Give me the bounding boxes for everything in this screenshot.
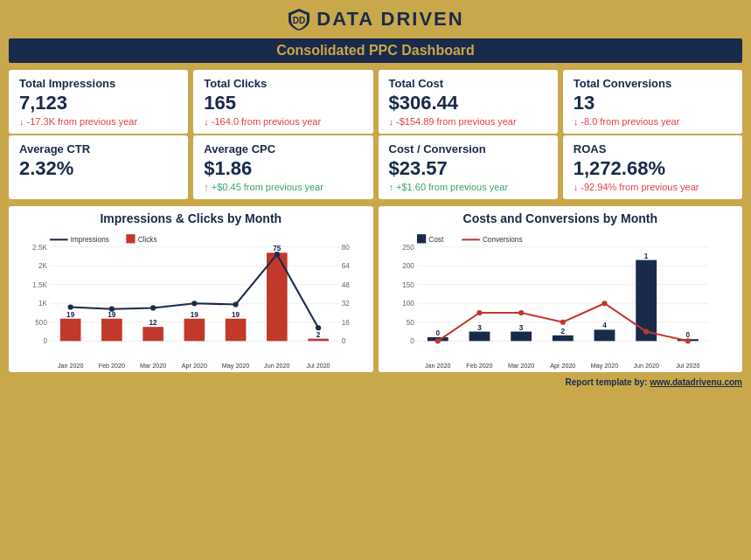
- svg-text:12: 12: [150, 319, 158, 327]
- svg-point-83: [685, 338, 690, 343]
- svg-rect-69: [552, 335, 573, 341]
- svg-text:Mar 2020: Mar 2020: [507, 363, 533, 370]
- svg-rect-71: [594, 329, 615, 341]
- svg-text:19: 19: [232, 311, 240, 319]
- svg-text:48: 48: [342, 281, 351, 289]
- svg-point-34: [109, 307, 115, 312]
- metric-change-total-impressions: ↓ -17.3K from previous year: [19, 116, 177, 127]
- metric-value-total-impressions: 7,123: [19, 92, 177, 114]
- impressions-clicks-svg: 00500161K321.5K482K642.5K801919121919752…: [16, 229, 366, 372]
- svg-text:19: 19: [191, 311, 199, 319]
- svg-rect-91: [416, 234, 425, 243]
- svg-text:2.5K: 2.5K: [32, 244, 47, 252]
- svg-point-35: [150, 305, 156, 310]
- charts-section: Impressions & Clicks by Month 00500161K3…: [0, 203, 751, 376]
- svg-text:Apr 2020: Apr 2020: [182, 363, 207, 370]
- metric-title-total-conversions: Total Conversions: [574, 77, 732, 90]
- svg-point-80: [560, 320, 565, 325]
- svg-text:3: 3: [477, 324, 482, 332]
- shield-icon: DD: [287, 7, 311, 31]
- svg-rect-27: [226, 319, 247, 342]
- metric-title-cost-conversion: Cost / Conversion: [389, 142, 547, 156]
- logo-container: DD DATA DRIVEN: [0, 7, 751, 31]
- svg-text:May 2020: May 2020: [222, 363, 250, 370]
- svg-text:Clicks: Clicks: [138, 236, 157, 244]
- metric-card-avg-cpc: Average CPC$1.86↑ +$0.45 from previous y…: [193, 135, 372, 199]
- svg-text:0: 0: [685, 331, 690, 339]
- impressions-clicks-title: Impressions & Clicks by Month: [16, 211, 366, 225]
- svg-rect-31: [308, 339, 329, 342]
- svg-text:Apr 2020: Apr 2020: [550, 363, 575, 370]
- svg-point-33: [68, 304, 73, 309]
- svg-text:May 2020: May 2020: [590, 363, 618, 370]
- svg-text:150: 150: [402, 281, 414, 289]
- metric-value-total-conversions: 13: [574, 92, 732, 114]
- svg-text:2: 2: [560, 328, 565, 335]
- svg-rect-23: [143, 327, 163, 341]
- costs-conversions-svg: 0501001502002500332410Jan 2020Feb 2020Ma…: [386, 229, 736, 372]
- svg-text:Feb 2020: Feb 2020: [466, 363, 492, 370]
- svg-point-38: [275, 252, 280, 257]
- svg-text:Feb 2020: Feb 2020: [99, 363, 125, 370]
- svg-text:32: 32: [342, 300, 351, 308]
- svg-rect-25: [184, 319, 205, 342]
- metric-change-avg-cpc: ↑ +$0.45 from previous year: [204, 182, 362, 192]
- svg-text:Impressions: Impressions: [71, 236, 109, 244]
- svg-text:Jun 2020: Jun 2020: [264, 363, 290, 370]
- svg-point-36: [191, 301, 197, 306]
- logo-text: DATA DRIVEN: [316, 8, 463, 31]
- metric-value-avg-cpc: $1.86: [204, 157, 362, 180]
- metric-card-total-conversions: Total Conversions13↓ -8.0 from previous …: [563, 70, 742, 134]
- svg-text:Mar 2020: Mar 2020: [140, 363, 166, 370]
- svg-text:DD: DD: [293, 16, 305, 25]
- svg-text:Conversions: Conversions: [482, 236, 522, 244]
- metrics-row2: Average CTR2.32%Average CPC$1.86↑ +$0.45…: [0, 135, 751, 203]
- metric-title-avg-ctr: Average CTR: [19, 142, 177, 156]
- svg-text:2K: 2K: [38, 262, 48, 270]
- svg-point-79: [518, 310, 524, 315]
- metric-title-roas: ROAS: [574, 142, 732, 156]
- metric-change-total-conversions: ↓ -8.0 from previous year: [574, 116, 732, 127]
- svg-text:1: 1: [643, 252, 648, 260]
- footer: Report template by: www.datadrivenu.com: [0, 376, 751, 389]
- metric-card-roas: ROAS1,272.68%↓ -92.94% from previous yea…: [563, 135, 742, 199]
- svg-text:0: 0: [435, 329, 440, 337]
- metric-card-total-cost: Total Cost$306.44↓ -$154.89 from previou…: [379, 70, 558, 134]
- svg-point-77: [435, 338, 440, 343]
- metric-change-total-cost: ↓ -$154.89 from previous year: [389, 116, 547, 127]
- metric-title-total-impressions: Total Impressions: [19, 77, 177, 90]
- svg-rect-19: [60, 319, 81, 342]
- metric-title-total-clicks: Total Clicks: [204, 77, 362, 90]
- svg-text:Cost: Cost: [428, 236, 444, 244]
- metric-title-avg-cpc: Average CPC: [204, 142, 362, 156]
- svg-text:Jul 2020: Jul 2020: [676, 363, 699, 370]
- svg-text:2: 2: [316, 331, 321, 339]
- metric-change-cost-conversion: ↑ +$1.60 from previous year: [389, 182, 547, 192]
- svg-text:0: 0: [43, 337, 47, 345]
- svg-text:500: 500: [35, 319, 47, 327]
- dashboard-title: Consolidated PPC Dashboard: [9, 38, 742, 63]
- svg-text:64: 64: [342, 262, 351, 270]
- metric-value-avg-ctr: 2.32%: [19, 157, 177, 180]
- metric-change-roas: ↓ -92.94% from previous year: [574, 182, 732, 192]
- svg-text:0: 0: [342, 337, 346, 345]
- svg-text:Jul 2020: Jul 2020: [307, 363, 330, 370]
- svg-text:200: 200: [402, 262, 414, 270]
- svg-text:1.5K: 1.5K: [32, 281, 47, 289]
- svg-rect-67: [511, 332, 532, 342]
- svg-point-78: [476, 310, 482, 315]
- svg-text:Jan 2020: Jan 2020: [425, 363, 451, 370]
- svg-text:50: 50: [406, 319, 414, 327]
- svg-point-81: [601, 301, 607, 306]
- metric-card-cost-conversion: Cost / Conversion$23.57↑ +$1.60 from pre…: [379, 135, 558, 199]
- footer-link[interactable]: www.datadrivenu.com: [650, 377, 742, 387]
- metric-value-total-cost: $306.44: [389, 92, 547, 114]
- svg-text:100: 100: [402, 300, 414, 308]
- svg-text:Jan 2020: Jan 2020: [58, 363, 84, 370]
- footer-text: Report template by:: [566, 377, 648, 387]
- impressions-clicks-chart: Impressions & Clicks by Month 00500161K3…: [9, 206, 373, 372]
- svg-text:16: 16: [342, 319, 351, 327]
- metric-title-total-cost: Total Cost: [389, 77, 547, 90]
- costs-conversions-area: 0501001502002500332410Jan 2020Feb 2020Ma…: [386, 229, 736, 369]
- metric-card-avg-ctr: Average CTR2.32%: [9, 135, 188, 199]
